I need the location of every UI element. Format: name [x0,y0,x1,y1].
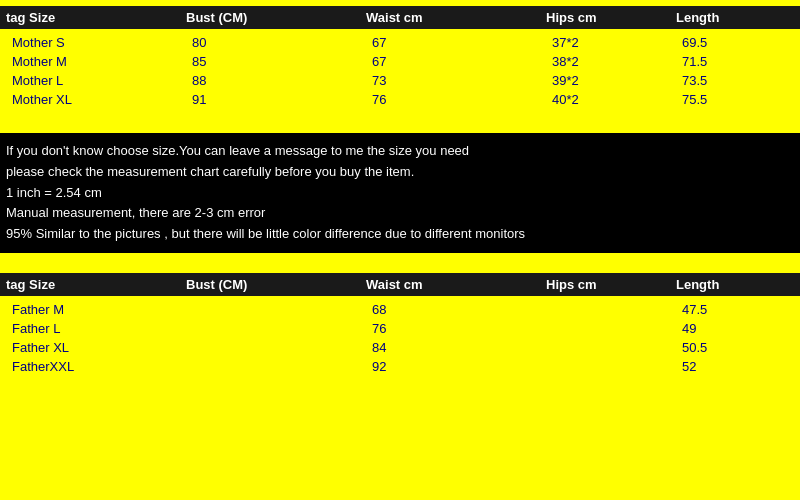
row3-waist: 73 [372,73,552,88]
row8-hips [552,359,682,374]
row7-length: 50.5 [682,340,782,355]
header-hips-2: Hips cm [546,277,676,292]
row5-tag: Father M [12,302,192,317]
header-length-1: Length [676,10,776,25]
table-row: Father XL 84 50.5 [6,338,794,357]
row1-bust: 80 [192,35,372,50]
row5-bust [192,302,372,317]
row3-tag: Mother L [12,73,192,88]
row7-hips [552,340,682,355]
row7-tag: Father XL [12,340,192,355]
row6-waist: 76 [372,321,552,336]
table-row: Mother S 80 67 37*2 69.5 [6,33,794,52]
row3-hips: 39*2 [552,73,682,88]
row8-waist: 92 [372,359,552,374]
table-row: Mother XL 91 76 40*2 75.5 [6,90,794,109]
row7-bust [192,340,372,355]
table-row: Father L 76 49 [6,319,794,338]
row4-hips: 40*2 [552,92,682,107]
table-row: Mother L 88 73 39*2 73.5 [6,71,794,90]
row1-length: 69.5 [682,35,782,50]
row2-waist: 67 [372,54,552,69]
info-line4: Manual measurement, there are 2-3 cm err… [6,203,794,224]
row8-bust [192,359,372,374]
row2-bust: 85 [192,54,372,69]
header-bust-1: Bust (CM) [186,10,366,25]
info-line2: please check the measurement chart caref… [6,162,794,183]
row1-waist: 67 [372,35,552,50]
row8-tag: FatherXXL [12,359,192,374]
info-line5: 95% Similar to the pictures , but there … [6,224,794,245]
row8-length: 52 [682,359,782,374]
row2-hips: 38*2 [552,54,682,69]
header-hips-1: Hips cm [546,10,676,25]
header-bust-2: Bust (CM) [186,277,366,292]
table2-body: Father M 68 47.5 Father L 76 49 Father X… [0,296,800,380]
row4-length: 75.5 [682,92,782,107]
table1-body: Mother S 80 67 37*2 69.5 Mother M 85 67 … [0,29,800,113]
row2-length: 71.5 [682,54,782,69]
table2-header: tag Size Bust (CM) Waist cm Hips cm Leng… [0,273,800,296]
row6-bust [192,321,372,336]
row4-tag: Mother XL [12,92,192,107]
row3-bust: 88 [192,73,372,88]
row5-length: 47.5 [682,302,782,317]
header-tag-2: tag Size [6,277,186,292]
header-length-2: Length [676,277,776,292]
table-row: Mother M 85 67 38*2 71.5 [6,52,794,71]
info-line3: 1 inch = 2.54 cm [6,183,794,204]
row1-tag: Mother S [12,35,192,50]
row5-waist: 68 [372,302,552,317]
header-waist-1: Waist cm [366,10,546,25]
row2-tag: Mother M [12,54,192,69]
header-tag-1: tag Size [6,10,186,25]
row6-tag: Father L [12,321,192,336]
row5-hips [552,302,682,317]
header-waist-2: Waist cm [366,277,546,292]
info-section: If you don't know choose size.You can le… [0,133,800,253]
row7-waist: 84 [372,340,552,355]
table1-header: tag Size Bust (CM) Waist cm Hips cm Leng… [0,6,800,29]
table-row: Father M 68 47.5 [6,300,794,319]
row6-length: 49 [682,321,782,336]
row1-hips: 37*2 [552,35,682,50]
row6-hips [552,321,682,336]
spacer-2 [0,253,800,273]
info-line1: If you don't know choose size.You can le… [6,141,794,162]
row3-length: 73.5 [682,73,782,88]
table-row: FatherXXL 92 52 [6,357,794,376]
row4-waist: 76 [372,92,552,107]
spacer-1 [0,113,800,133]
row4-bust: 91 [192,92,372,107]
